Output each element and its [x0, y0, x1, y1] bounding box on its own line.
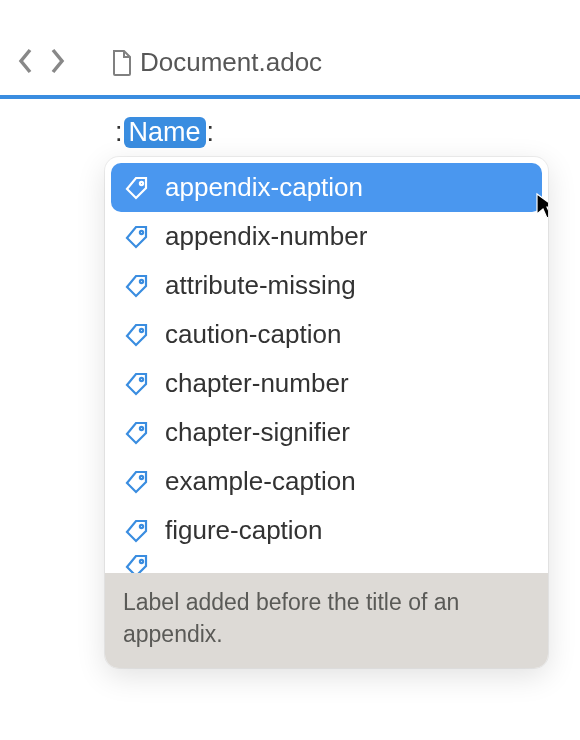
document-icon — [110, 49, 132, 77]
suggestion-item-example-caption[interactable]: example-caption — [111, 457, 542, 506]
suggestion-item-caution-caption[interactable]: caution-caption — [111, 310, 542, 359]
suggestion-item-appendix-caption[interactable]: appendix-caption — [111, 163, 542, 212]
suggestion-item-attribute-missing[interactable]: attribute-missing — [111, 261, 542, 310]
suggestion-label: figure-caption — [165, 515, 323, 546]
svg-point-3 — [140, 328, 143, 331]
suggestion-label: chapter-signifier — [165, 417, 350, 448]
suggestion-label: caution-caption — [165, 319, 341, 350]
suggestion-item-chapter-signifier[interactable]: chapter-signifier — [111, 408, 542, 457]
svg-point-8 — [140, 560, 143, 563]
chevron-left-icon — [18, 48, 33, 78]
suggestion-label: appendix-number — [165, 221, 367, 252]
attribute-input-line[interactable]: : Name : — [115, 117, 580, 148]
chevron-right-icon — [50, 48, 65, 78]
tag-icon — [123, 223, 151, 251]
tag-icon — [123, 555, 151, 573]
suggestion-item-chapter-number[interactable]: chapter-number — [111, 359, 542, 408]
file-tab[interactable]: Document.adoc — [110, 47, 322, 78]
suggestion-item-appendix-number[interactable]: appendix-number — [111, 212, 542, 261]
nav-bar: Document.adoc — [0, 30, 580, 95]
tag-icon — [123, 468, 151, 496]
svg-point-4 — [140, 377, 143, 380]
svg-point-7 — [140, 524, 143, 527]
description-panel: Label added before the title of an appen… — [105, 573, 548, 668]
svg-point-6 — [140, 475, 143, 478]
svg-point-1 — [140, 230, 143, 233]
tag-icon — [123, 272, 151, 300]
suggestion-label: chapter-number — [165, 368, 349, 399]
suggestion-label: attribute-missing — [165, 270, 356, 301]
back-button[interactable] — [14, 46, 36, 80]
tag-icon — [123, 517, 151, 545]
suggestion-label: appendix-caption — [165, 172, 363, 203]
suggestion-item-partial[interactable] — [111, 555, 542, 573]
svg-point-5 — [140, 426, 143, 429]
attr-name-highlight: Name — [124, 117, 206, 148]
suggestion-list: appendix-caption appendix-number attribu… — [105, 157, 548, 573]
suggestion-item-figure-caption[interactable]: figure-caption — [111, 506, 542, 555]
suggestion-label: example-caption — [165, 466, 356, 497]
autocomplete-popup: appendix-caption appendix-number attribu… — [105, 157, 548, 668]
tag-icon — [123, 419, 151, 447]
editor-area[interactable]: : Name : appendix-caption appendix-numbe… — [0, 99, 580, 148]
tag-icon — [123, 370, 151, 398]
tag-icon — [123, 321, 151, 349]
forward-button[interactable] — [46, 46, 68, 80]
attr-colon-suffix: : — [207, 117, 215, 148]
tag-icon — [123, 174, 151, 202]
file-name: Document.adoc — [140, 47, 322, 78]
svg-point-2 — [140, 279, 143, 282]
attr-colon-prefix: : — [115, 117, 123, 148]
svg-point-0 — [140, 181, 143, 184]
